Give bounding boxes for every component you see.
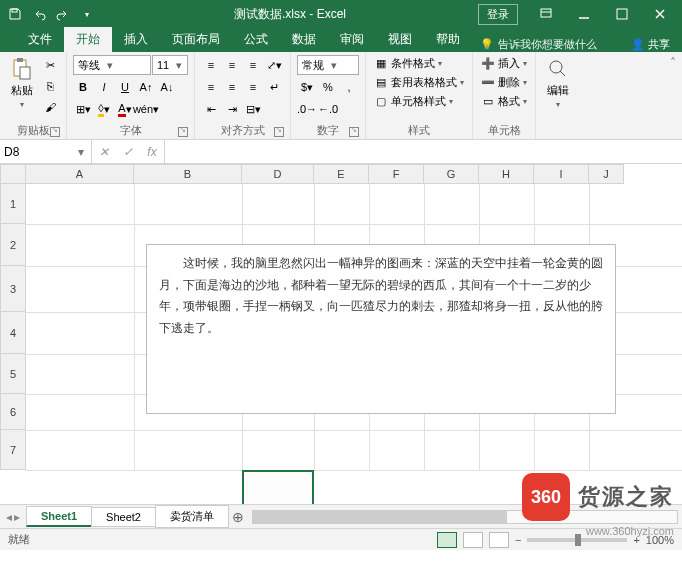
wrap-text-icon[interactable]: ↵ — [264, 77, 284, 97]
col-header[interactable]: A — [26, 164, 134, 184]
sheet-nav-next-icon[interactable]: ▸ — [14, 510, 20, 524]
minimize-icon[interactable] — [566, 0, 602, 28]
format-painter-icon[interactable]: 🖌 — [40, 97, 60, 117]
orientation-icon[interactable]: ⤢▾ — [264, 55, 284, 75]
bold-button[interactable]: B — [73, 77, 93, 97]
tab-data[interactable]: 数据 — [280, 27, 328, 52]
tab-help[interactable]: 帮助 — [424, 27, 472, 52]
select-all-corner[interactable] — [0, 164, 26, 184]
grow-font-icon[interactable]: A↑ — [136, 77, 156, 97]
ribbon-options-icon[interactable] — [528, 0, 564, 28]
tab-home[interactable]: 开始 — [64, 27, 112, 52]
editing-button[interactable]: 编辑 ▾ — [542, 55, 574, 111]
name-box-dropdown-icon[interactable]: ▾ — [75, 145, 87, 159]
add-sheet-icon[interactable]: ⊕ — [228, 509, 248, 525]
fill-color-icon[interactable]: ◊▾ — [94, 99, 114, 119]
tab-layout[interactable]: 页面布局 — [160, 27, 232, 52]
col-header[interactable]: B — [134, 164, 242, 184]
font-launcher-icon[interactable] — [178, 127, 188, 137]
selected-cell[interactable] — [242, 470, 314, 504]
tab-view[interactable]: 视图 — [376, 27, 424, 52]
fx-icon[interactable]: fx — [140, 145, 164, 159]
delete-cells-button[interactable]: ➖删除▾ — [479, 74, 529, 91]
sheet-tab[interactable]: Sheet2 — [91, 507, 156, 527]
collapse-ribbon-icon[interactable]: ˄ — [664, 52, 682, 139]
align-top-icon[interactable]: ≡ — [201, 55, 221, 75]
sheet-tab[interactable]: Sheet1 — [26, 506, 92, 527]
row-header[interactable]: 5 — [0, 354, 26, 394]
name-box-input[interactable] — [4, 145, 75, 159]
page-break-view-icon[interactable] — [489, 532, 509, 548]
indent-decrease-icon[interactable]: ⇤ — [201, 99, 221, 119]
align-bottom-icon[interactable]: ≡ — [243, 55, 263, 75]
name-box[interactable]: ▾ — [0, 140, 92, 163]
cells-area[interactable]: 这时候，我的脑里忽然闪出一幅神异的图画来：深蓝的天空中挂着一轮金黄的圆月，下面是… — [26, 184, 682, 470]
row-header[interactable]: 3 — [0, 266, 26, 312]
comma-icon[interactable]: , — [339, 77, 359, 97]
cancel-edit-icon[interactable]: ✕ — [92, 145, 116, 159]
currency-icon[interactable]: $▾ — [297, 77, 317, 97]
tab-formulas[interactable]: 公式 — [232, 27, 280, 52]
borders-icon[interactable]: ⊞▾ — [73, 99, 93, 119]
col-header[interactable]: J — [589, 164, 624, 184]
col-header[interactable]: I — [534, 164, 589, 184]
shrink-font-icon[interactable]: A↓ — [157, 77, 177, 97]
redo-icon[interactable] — [52, 3, 74, 25]
col-header[interactable]: D — [242, 164, 314, 184]
format-cells-button[interactable]: ▭格式▾ — [479, 93, 529, 110]
paste-button[interactable]: 粘贴 ▾ — [6, 55, 38, 111]
zoom-slider[interactable] — [527, 538, 627, 542]
row-header[interactable]: 2 — [0, 224, 26, 266]
save-icon[interactable] — [4, 3, 26, 25]
normal-view-icon[interactable] — [437, 532, 457, 548]
col-header[interactable]: F — [369, 164, 424, 184]
col-header[interactable]: H — [479, 164, 534, 184]
align-launcher-icon[interactable] — [274, 127, 284, 137]
undo-icon[interactable] — [28, 3, 50, 25]
close-icon[interactable] — [642, 0, 678, 28]
percent-icon[interactable]: % — [318, 77, 338, 97]
col-header[interactable]: G — [424, 164, 479, 184]
decrease-decimal-icon[interactable]: ←.0 — [318, 99, 338, 119]
align-middle-icon[interactable]: ≡ — [222, 55, 242, 75]
tab-insert[interactable]: 插入 — [112, 27, 160, 52]
copy-icon[interactable]: ⎘ — [40, 76, 60, 96]
text-box[interactable]: 这时候，我的脑里忽然闪出一幅神异的图画来：深蓝的天空中挂着一轮金黄的圆月，下面是… — [146, 244, 616, 414]
zoom-out-icon[interactable]: − — [515, 534, 521, 546]
align-center-icon[interactable]: ≡ — [222, 77, 242, 97]
font-size-combo[interactable]: 11▾ — [152, 55, 188, 75]
font-name-combo[interactable]: 等线▾ — [73, 55, 151, 75]
row-header[interactable]: 7 — [0, 430, 26, 470]
cut-icon[interactable]: ✂ — [40, 55, 60, 75]
sheet-tab[interactable]: 卖货清单 — [155, 505, 229, 528]
merge-cells-icon[interactable]: ⊟▾ — [243, 99, 263, 119]
formula-input[interactable] — [165, 140, 682, 163]
number-launcher-icon[interactable] — [349, 127, 359, 137]
tab-review[interactable]: 审阅 — [328, 27, 376, 52]
underline-button[interactable]: U — [115, 77, 135, 97]
number-format-combo[interactable]: 常规▾ — [297, 55, 359, 75]
insert-cells-button[interactable]: ➕插入▾ — [479, 55, 529, 72]
sheet-nav-prev-icon[interactable]: ◂ — [6, 510, 12, 524]
row-header[interactable]: 6 — [0, 394, 26, 430]
login-button[interactable]: 登录 — [478, 4, 518, 25]
phonetic-icon[interactable]: wén▾ — [136, 99, 156, 119]
tab-file[interactable]: 文件 — [16, 27, 64, 52]
share-button[interactable]: 👤 共享 — [631, 37, 670, 52]
indent-increase-icon[interactable]: ⇥ — [222, 99, 242, 119]
align-right-icon[interactable]: ≡ — [243, 77, 263, 97]
col-header[interactable]: E — [314, 164, 369, 184]
page-layout-view-icon[interactable] — [463, 532, 483, 548]
maximize-icon[interactable] — [604, 0, 640, 28]
qat-customize-icon[interactable]: ▾ — [76, 3, 98, 25]
row-header[interactable]: 1 — [0, 184, 26, 224]
cell-styles-button[interactable]: ▢单元格样式▾ — [372, 93, 455, 110]
confirm-edit-icon[interactable]: ✓ — [116, 145, 140, 159]
increase-decimal-icon[interactable]: .0→ — [297, 99, 317, 119]
tell-me[interactable]: 💡 告诉我你想要做什么 — [480, 37, 597, 52]
table-format-button[interactable]: ▤套用表格格式▾ — [372, 74, 466, 91]
clipboard-launcher-icon[interactable] — [50, 127, 60, 137]
italic-button[interactable]: I — [94, 77, 114, 97]
conditional-format-button[interactable]: ▦条件格式▾ — [372, 55, 444, 72]
align-left-icon[interactable]: ≡ — [201, 77, 221, 97]
